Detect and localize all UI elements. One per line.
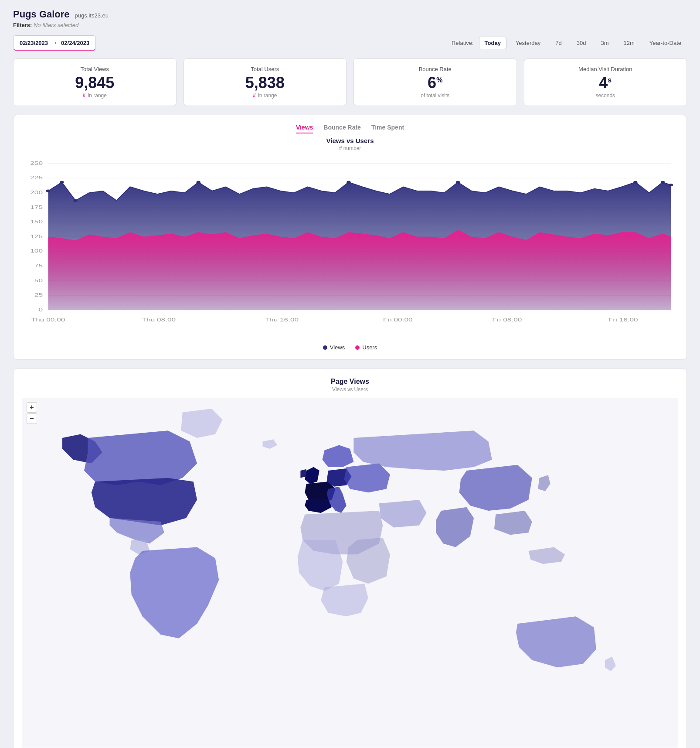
legend-views: Views [323, 344, 345, 351]
date-to: 02/24/2023 [61, 40, 89, 46]
stat-total-users-label: Total Users [193, 66, 338, 72]
stat-bounce-rate: Bounce Rate 6% of total visits [353, 58, 517, 106]
svg-text:100: 100 [30, 248, 43, 254]
svg-text:Fri 16:00: Fri 16:00 [608, 317, 638, 323]
stats-row: Total Views 9,845 # in range Total Users… [13, 58, 687, 106]
relative-7d[interactable]: 7d [550, 37, 567, 49]
legend-views-label: Views [330, 344, 345, 351]
svg-text:175: 175 [30, 204, 43, 210]
relative-year-to-date[interactable]: Year-to-Date [644, 37, 687, 49]
svg-text:Thu 16:00: Thu 16:00 [265, 317, 299, 323]
relative-label: Relative: [452, 40, 474, 46]
filters-row: Filters: No filters selected [13, 22, 687, 28]
map-subtitle: Views vs Users [22, 386, 678, 393]
site-url: pugs.its23.eu [75, 12, 109, 19]
stat-median-visit: Median Visit Duration 4s seconds [524, 58, 687, 106]
svg-point-31 [661, 181, 665, 184]
stat-total-users: Total Users 5,838 # in range [183, 58, 347, 106]
stat-total-views-value: 9,845 [22, 75, 167, 91]
svg-text:0: 0 [38, 307, 43, 313]
views-users-chart: 250 225 200 175 150 125 100 75 50 25 0 [22, 157, 678, 340]
svg-text:125: 125 [30, 234, 43, 239]
svg-point-30 [633, 181, 637, 184]
filters-value: No filters selected [34, 22, 78, 28]
stat-median-visit-label: Median Visit Duration [533, 66, 678, 72]
stat-total-views: Total Views 9,845 # in range [13, 58, 177, 106]
svg-text:75: 75 [34, 263, 43, 269]
legend-users-label: Users [362, 344, 377, 351]
site-title: Pugs Galore [13, 9, 70, 20]
relative-12m[interactable]: 12m [618, 37, 640, 49]
svg-point-32 [669, 184, 673, 186]
map-container: + − [22, 398, 678, 748]
svg-text:Fri 08:00: Fri 08:00 [492, 317, 522, 323]
stat-total-users-value: 5,838 [193, 75, 338, 91]
stat-bounce-rate-label: Bounce Rate [363, 66, 508, 72]
svg-point-25 [60, 181, 64, 184]
date-range-picker[interactable]: 02/23/2023 → 02/24/2023 [13, 35, 96, 51]
controls-row: 02/23/2023 → 02/24/2023 Relative: Today … [13, 35, 687, 51]
svg-text:200: 200 [30, 190, 43, 195]
svg-text:Thu 08:00: Thu 08:00 [142, 317, 176, 323]
map-zoom-controls: + − [27, 402, 37, 424]
page-header: Pugs Galore pugs.its23.eu [13, 9, 687, 20]
filters-label: Filters: [13, 22, 32, 28]
map-card: Page Views Views vs Users + − [13, 369, 687, 748]
svg-point-28 [347, 181, 350, 184]
chart-tabs: Views Bounce Rate Time Spent [22, 124, 678, 133]
svg-text:250: 250 [30, 161, 43, 166]
chart-title: Views vs Users [22, 137, 678, 144]
date-arrow: → [51, 39, 58, 46]
relative-today[interactable]: Today [479, 37, 506, 49]
svg-text:Thu 00:00: Thu 00:00 [31, 317, 65, 323]
legend-views-dot [323, 345, 327, 350]
relative-controls: Relative: Today Yesterday 7d 30d 3m 12m … [452, 37, 687, 49]
svg-text:225: 225 [30, 175, 43, 181]
svg-text:50: 50 [34, 277, 43, 283]
legend-users-dot [355, 345, 360, 350]
svg-point-29 [456, 181, 460, 184]
stat-bounce-rate-sub: of total visits [363, 92, 508, 99]
map-canada [84, 430, 197, 485]
stat-total-views-sub: # in range [22, 92, 167, 99]
stat-median-visit-value: 4s [533, 75, 678, 91]
main-chart-card: Views Bounce Rate Time Spent Views vs Us… [13, 115, 687, 360]
chart-legend: Views Users [22, 344, 678, 351]
stat-median-visit-sub: seconds [533, 92, 678, 99]
svg-point-24 [46, 190, 50, 192]
svg-text:150: 150 [30, 219, 43, 225]
tab-bounce-rate[interactable]: Bounce Rate [323, 124, 361, 133]
stat-bounce-rate-value: 6% [363, 75, 508, 91]
svg-point-26 [74, 199, 78, 202]
stat-total-users-sub: # in range [193, 92, 338, 99]
world-map-svg [22, 398, 678, 748]
relative-yesterday[interactable]: Yesterday [510, 37, 546, 49]
map-title: Page Views [22, 378, 678, 386]
chart-subtitle: # number [22, 145, 678, 151]
tab-views[interactable]: Views [296, 124, 313, 133]
relative-30d[interactable]: 30d [571, 37, 592, 49]
zoom-in-button[interactable]: + [27, 402, 37, 413]
svg-text:Fri 00:00: Fri 00:00 [383, 317, 413, 323]
legend-users: Users [355, 344, 377, 351]
date-from: 02/23/2023 [20, 40, 48, 46]
svg-marker-23 [48, 230, 671, 310]
stat-total-views-label: Total Views [22, 66, 167, 72]
chart-area: 250 225 200 175 150 125 100 75 50 25 0 [22, 157, 678, 340]
tab-time-spent[interactable]: Time Spent [371, 124, 404, 133]
relative-3m[interactable]: 3m [595, 37, 614, 49]
svg-point-27 [197, 181, 200, 184]
svg-text:25: 25 [34, 292, 43, 298]
zoom-out-button[interactable]: − [27, 413, 37, 424]
